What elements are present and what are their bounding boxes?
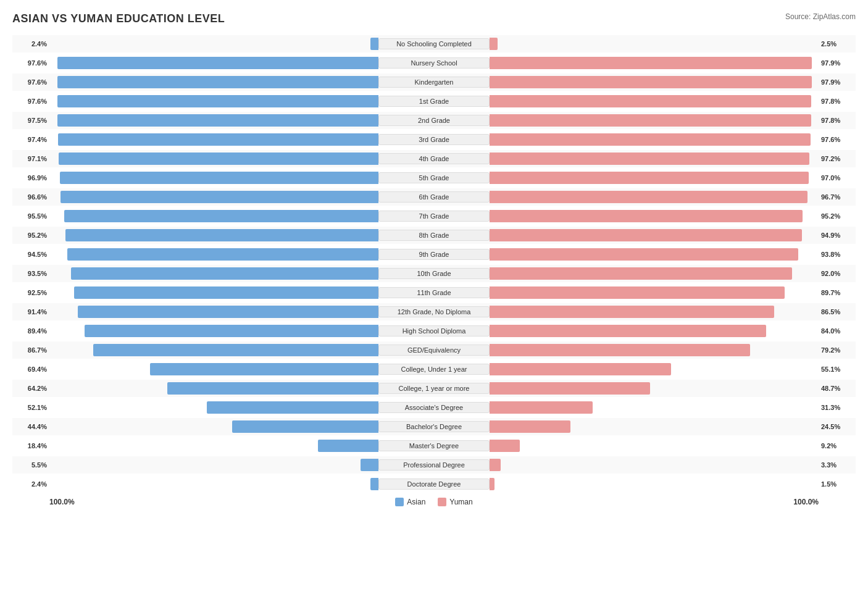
bar-center-label: 11th Grade — [378, 287, 490, 298]
bar-right-track — [490, 133, 819, 146]
bar-left-value: 97.4% — [12, 136, 49, 143]
bar-left-fill — [60, 172, 378, 184]
bar-left-value: 97.6% — [12, 98, 49, 105]
bar-row: 96.9%5th Grade97.0% — [12, 169, 856, 186]
bar-left-track — [49, 267, 378, 280]
legend-asian: Asian — [395, 498, 425, 506]
bar-left-track — [49, 248, 378, 261]
bar-right-fill — [490, 172, 809, 184]
bar-left-track — [49, 306, 378, 318]
bar-right-track — [490, 248, 819, 261]
bar-row: 97.6%Kindergarten97.9% — [12, 73, 856, 91]
bar-right-track — [490, 153, 819, 165]
bar-right-fill — [490, 210, 803, 222]
bar-row: 89.4%High School Diploma84.0% — [12, 322, 856, 340]
chart-header: ASIAN VS YUMAN EDUCATION LEVEL Source: Z… — [12, 12, 856, 25]
bar-left-track — [49, 38, 378, 50]
bar-right-value: 89.7% — [819, 289, 856, 296]
bar-right-value: 97.9% — [819, 78, 856, 86]
bar-right-track — [490, 363, 819, 375]
bar-right-track — [490, 420, 819, 433]
bar-left-fill — [232, 420, 378, 433]
bar-right-fill — [490, 440, 520, 452]
bar-left-value: 18.4% — [12, 442, 49, 449]
bar-row: 44.4%Bachelor's Degree24.5% — [12, 418, 856, 435]
bar-left-track — [49, 459, 378, 471]
bar-center-label: 10th Grade — [378, 268, 490, 279]
bar-center-label: High School Diploma — [378, 325, 490, 337]
bar-right-value: 92.0% — [819, 270, 856, 277]
bar-right-fill — [490, 267, 792, 280]
bar-right-value: 97.2% — [819, 155, 856, 162]
bar-row: 5.5%Professional Degree3.3% — [12, 456, 856, 474]
bar-left-value: 52.1% — [12, 404, 49, 411]
bar-center-label: Kindergarten — [378, 77, 490, 88]
bar-right-value: 2.5% — [819, 40, 856, 48]
bar-left-value: 95.2% — [12, 232, 49, 239]
bar-left-fill — [370, 478, 378, 490]
bar-left-track — [49, 114, 378, 127]
bar-right-track — [490, 57, 819, 69]
bar-left-fill — [65, 229, 378, 241]
bar-right-value: 97.8% — [819, 117, 856, 124]
bar-right-fill — [490, 401, 593, 414]
bar-right-value: 31.3% — [819, 404, 856, 411]
bar-left-track — [49, 191, 378, 203]
bar-center-label: 12th Grade, No Diploma — [378, 306, 490, 317]
bar-row: 95.5%7th Grade95.2% — [12, 207, 856, 225]
bar-right-value: 96.7% — [819, 193, 856, 201]
bar-left-value: 2.4% — [12, 480, 49, 488]
bar-right-track — [490, 114, 819, 127]
bar-center-label: College, Under 1 year — [378, 364, 490, 375]
legend-yuman-label: Yuman — [449, 498, 472, 506]
bar-left-track — [49, 363, 378, 375]
bar-left-value: 86.7% — [12, 346, 49, 354]
bar-left-value: 96.6% — [12, 193, 49, 201]
bar-right-value: 24.5% — [819, 423, 856, 430]
bar-row: 93.5%10th Grade92.0% — [12, 265, 856, 282]
bar-center-label: 9th Grade — [378, 249, 490, 260]
bar-center-label: 8th Grade — [378, 230, 490, 241]
bar-right-track — [490, 306, 819, 318]
bar-center-label: Nursery School — [378, 57, 490, 69]
bar-row: 64.2%College, 1 year or more48.7% — [12, 380, 856, 397]
bar-right-fill — [490, 420, 570, 433]
bar-left-fill — [85, 325, 379, 337]
bar-right-value: 97.0% — [819, 174, 856, 182]
bar-left-value: 5.5% — [12, 461, 49, 469]
bar-center-label: 2nd Grade — [378, 115, 490, 126]
bar-left-track — [49, 420, 378, 433]
bar-right-value: 95.2% — [819, 212, 856, 220]
bar-left-value: 64.2% — [12, 385, 49, 392]
bar-right-fill — [490, 57, 812, 69]
chart-title: ASIAN VS YUMAN EDUCATION LEVEL — [12, 12, 225, 25]
bar-left-value: 94.5% — [12, 251, 49, 258]
bar-right-value: 86.5% — [819, 308, 856, 316]
bar-row: 91.4%12th Grade, No Diploma86.5% — [12, 303, 856, 320]
bar-left-track — [49, 76, 378, 88]
bar-right-track — [490, 401, 819, 414]
bar-left-track — [49, 57, 378, 69]
bar-right-track — [490, 286, 819, 299]
bar-left-fill — [318, 440, 378, 452]
bar-left-track — [49, 325, 378, 337]
bar-right-value: 97.9% — [819, 59, 856, 67]
bar-row: 97.6%1st Grade97.8% — [12, 93, 856, 110]
legend-asian-color — [395, 498, 404, 506]
bar-left-fill — [57, 57, 378, 69]
bar-left-track — [49, 153, 378, 165]
bar-right-fill — [490, 114, 811, 127]
bar-center-label: GED/Equivalency — [378, 345, 490, 356]
bar-right-track — [490, 229, 819, 241]
bar-left-fill — [167, 382, 378, 395]
legend-yuman: Yuman — [438, 498, 472, 506]
bar-right-value: 9.2% — [819, 442, 856, 449]
legend-yuman-color — [438, 498, 446, 506]
bar-center-label: College, 1 year or more — [378, 383, 490, 394]
bar-left-fill — [150, 363, 378, 375]
bar-left-value: 97.6% — [12, 59, 49, 67]
bar-right-track — [490, 478, 819, 490]
bar-center-label: 7th Grade — [378, 211, 490, 222]
chart-container: ASIAN VS YUMAN EDUCATION LEVEL Source: Z… — [12, 12, 856, 506]
bar-right-track — [490, 191, 819, 203]
